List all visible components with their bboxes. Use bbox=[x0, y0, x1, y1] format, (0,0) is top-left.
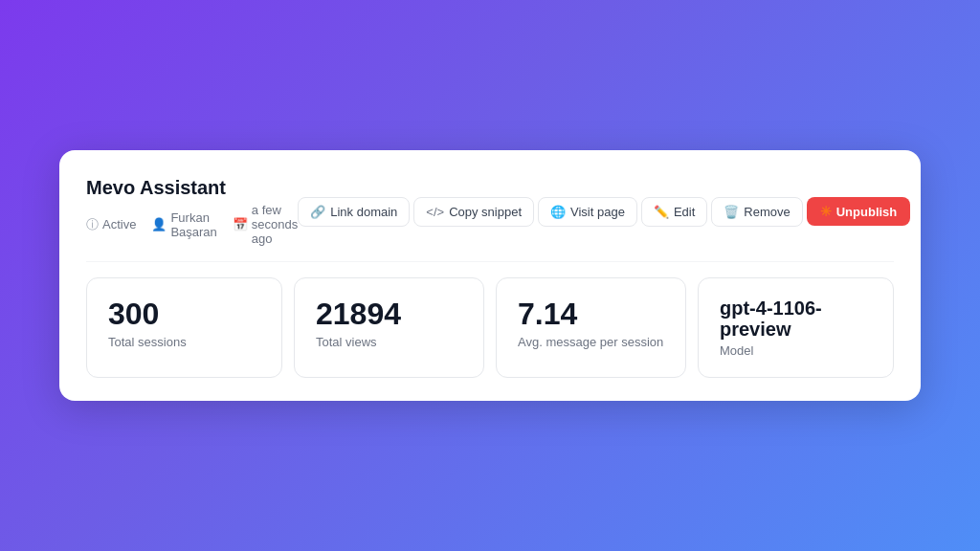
stat-label-avg: Avg. message per session bbox=[518, 335, 664, 349]
stat-label-model: Model bbox=[720, 343, 872, 358]
status-text: Active bbox=[102, 217, 136, 231]
meta-row: ⓘ Active 👤 Furkan Başaran 📅 a few second… bbox=[86, 203, 298, 246]
visit-page-button[interactable]: 🌐 Visit page bbox=[538, 197, 637, 227]
time-item: 📅 a few seconds ago bbox=[233, 203, 298, 246]
stat-value-avg: 7.14 bbox=[518, 298, 664, 331]
stat-card-avg: 7.14 Avg. message per session bbox=[496, 277, 686, 378]
visit-page-label: Visit page bbox=[570, 205, 625, 219]
stat-card-views: 21894 Total views bbox=[294, 277, 484, 378]
visit-page-icon: 🌐 bbox=[550, 205, 566, 219]
stat-value-model: gpt-4-1106-preview bbox=[720, 298, 872, 340]
copy-snippet-icon: </> bbox=[426, 205, 444, 219]
stat-value-views: 21894 bbox=[316, 298, 462, 331]
status-icon: ⓘ bbox=[86, 216, 99, 233]
stat-card-model: gpt-4-1106-preview Model bbox=[698, 277, 894, 378]
stat-value-sessions: 300 bbox=[108, 298, 260, 331]
author-text: Furkan Başaran bbox=[170, 210, 216, 239]
link-domain-button[interactable]: 🔗 Link domain bbox=[298, 197, 410, 227]
copy-snippet-button[interactable]: </> Copy snippet bbox=[413, 197, 534, 227]
main-card: Mevo Assistant ⓘ Active 👤 Furkan Başaran… bbox=[59, 150, 921, 401]
time-text: a few seconds ago bbox=[252, 203, 298, 246]
stat-label-sessions: Total sessions bbox=[108, 335, 260, 349]
link-domain-icon: 🔗 bbox=[310, 205, 325, 219]
card-title: Mevo Assistant bbox=[86, 177, 298, 199]
stat-label-views: Total views bbox=[316, 335, 462, 349]
link-domain-label: Link domain bbox=[330, 205, 397, 219]
stat-card-sessions: 300 Total sessions bbox=[86, 277, 282, 378]
user-icon: 👤 bbox=[151, 217, 167, 231]
stats-row: 300 Total sessions 21894 Total views 7.1… bbox=[86, 277, 894, 378]
remove-label: Remove bbox=[744, 205, 790, 219]
remove-icon: 🗑️ bbox=[724, 205, 739, 219]
divider bbox=[86, 261, 894, 262]
edit-label: Edit bbox=[674, 205, 695, 219]
card-header: Mevo Assistant ⓘ Active 👤 Furkan Başaran… bbox=[86, 177, 894, 246]
copy-snippet-label: Copy snippet bbox=[449, 205, 522, 219]
header-left: Mevo Assistant ⓘ Active 👤 Furkan Başaran… bbox=[86, 177, 298, 246]
calendar-icon: 📅 bbox=[233, 217, 248, 231]
edit-button[interactable]: ✏️ Edit bbox=[641, 197, 707, 227]
unpublish-label: Unpublish bbox=[836, 205, 898, 219]
remove-button[interactable]: 🗑️ Remove bbox=[711, 197, 802, 227]
status-item: ⓘ Active bbox=[86, 216, 136, 233]
unpublish-button[interactable]: ✳ Unpublish bbox=[807, 197, 911, 226]
header-actions: 🔗 Link domain </> Copy snippet 🌐 Visit p… bbox=[298, 197, 910, 227]
unpublish-icon: ✳ bbox=[820, 204, 832, 219]
author-item: 👤 Furkan Başaran bbox=[151, 210, 216, 239]
edit-icon: ✏️ bbox=[654, 205, 669, 219]
